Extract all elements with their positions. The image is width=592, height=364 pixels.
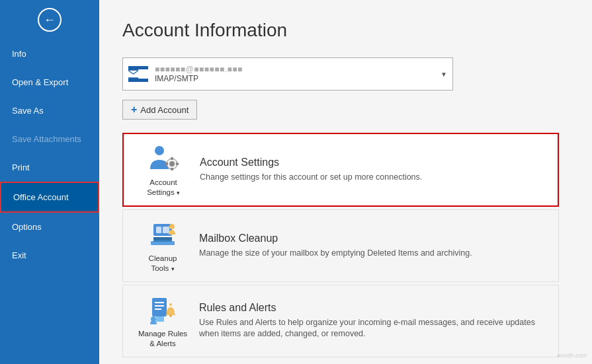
mailbox-cleanup-card[interactable]: CleanupTools ▾ Mailbox Cleanup Manage th…	[122, 209, 559, 282]
account-dropdown-icon: ▼	[441, 71, 447, 78]
account-settings-svg-icon	[148, 144, 179, 173]
svg-point-1	[155, 146, 164, 155]
account-settings-text: Account Settings Change settings for thi…	[193, 157, 548, 184]
svg-point-14	[169, 224, 175, 229]
sidebar-item-save-attachments: Save Attachments	[0, 125, 99, 153]
back-button[interactable]: ←	[0, 0, 99, 40]
svg-rect-13	[153, 240, 172, 242]
page-title: Account Information	[122, 20, 569, 41]
svg-point-19	[169, 303, 172, 306]
svg-point-3	[169, 161, 175, 166]
add-account-button[interactable]: + Add Account	[122, 100, 197, 120]
sidebar-item-info[interactable]: Info	[0, 40, 99, 68]
account-settings-card[interactable]: AccountSettings ▾ Account Settings Chang…	[122, 133, 559, 207]
rules-text: Rules and Alerts Use Rules and Alerts to…	[192, 302, 548, 340]
watermark: wsxdn.com	[557, 352, 587, 359]
email-account-icon	[128, 66, 148, 82]
main-content: Account Information ■■■■■■@■■■■■■.■■■ IM…	[99, 0, 592, 364]
svg-rect-9	[156, 227, 161, 233]
sidebar-item-office-account[interactable]: Office Account	[0, 182, 99, 213]
sidebar-item-options[interactable]: Options	[0, 213, 99, 241]
rules-desc: Use Rules and Alerts to help organize yo…	[199, 317, 548, 340]
cleanup-title: Mailbox Cleanup	[199, 233, 548, 244]
svg-rect-5	[171, 168, 173, 170]
svg-rect-18	[155, 309, 161, 310]
cleanup-icon-area: CleanupTools ▾	[133, 218, 192, 273]
sidebar-item-exit[interactable]: Exit	[0, 241, 99, 270]
sidebar-item-open-export[interactable]: Open & Export	[0, 68, 99, 96]
account-settings-icon-area: AccountSettings ▾	[134, 142, 193, 198]
svg-rect-6	[165, 163, 168, 165]
cleanup-icon-box	[144, 218, 181, 251]
svg-rect-11	[153, 237, 172, 240]
action-cards: AccountSettings ▾ Account Settings Chang…	[122, 133, 569, 360]
cleanup-svg-icon	[147, 220, 179, 249]
account-settings-icon-label: AccountSettings ▾	[147, 178, 180, 198]
cleanup-desc: Manage the size of your mailbox by empty…	[199, 248, 548, 260]
account-selector-wrapper: ■■■■■■@■■■■■■.■■■ IMAP/SMTP ▼	[122, 57, 453, 91]
rules-icon-box	[144, 293, 181, 326]
svg-rect-4	[171, 157, 173, 160]
cleanup-text: Mailbox Cleanup Manage the size of your …	[192, 233, 548, 260]
svg-rect-7	[176, 163, 179, 165]
rules-alerts-card[interactable]: Manage Rules& Alerts Rules and Alerts Us…	[122, 285, 559, 357]
svg-rect-15	[152, 298, 167, 316]
sidebar-item-print[interactable]: Print	[0, 153, 99, 182]
svg-rect-17	[155, 305, 164, 307]
sidebar-item-save-as[interactable]: Save As	[0, 96, 99, 125]
svg-rect-10	[163, 227, 169, 233]
main-wrapper: Account Information ■■■■■■@■■■■■■.■■■ IM…	[99, 0, 592, 364]
sidebar: ← Info Open & Export Save As Save Attach…	[0, 0, 99, 364]
rules-icon-label: Manage Rules& Alerts	[138, 329, 187, 349]
account-info: ■■■■■■@■■■■■■.■■■ IMAP/SMTP	[155, 65, 441, 83]
email-svg-icon	[128, 69, 138, 79]
account-selector[interactable]: ■■■■■■@■■■■■■.■■■ IMAP/SMTP ▼	[122, 57, 453, 91]
account-type: IMAP/SMTP	[155, 74, 441, 83]
back-icon: ←	[38, 8, 62, 32]
account-settings-desc: Change settings for this account or set …	[200, 172, 548, 184]
svg-rect-21	[156, 316, 164, 322]
cleanup-icon-label: CleanupTools ▾	[149, 254, 177, 273]
rules-svg-icon	[147, 295, 179, 324]
account-settings-icon-box	[145, 142, 182, 175]
rules-icon-area: Manage Rules& Alerts	[133, 293, 192, 349]
svg-rect-16	[155, 302, 164, 303]
add-plus-icon: +	[131, 104, 137, 116]
add-account-label: Add Account	[140, 105, 189, 115]
account-email: ■■■■■■@■■■■■■.■■■	[155, 65, 441, 74]
rules-title: Rules and Alerts	[199, 302, 548, 314]
account-settings-title: Account Settings	[200, 157, 548, 168]
